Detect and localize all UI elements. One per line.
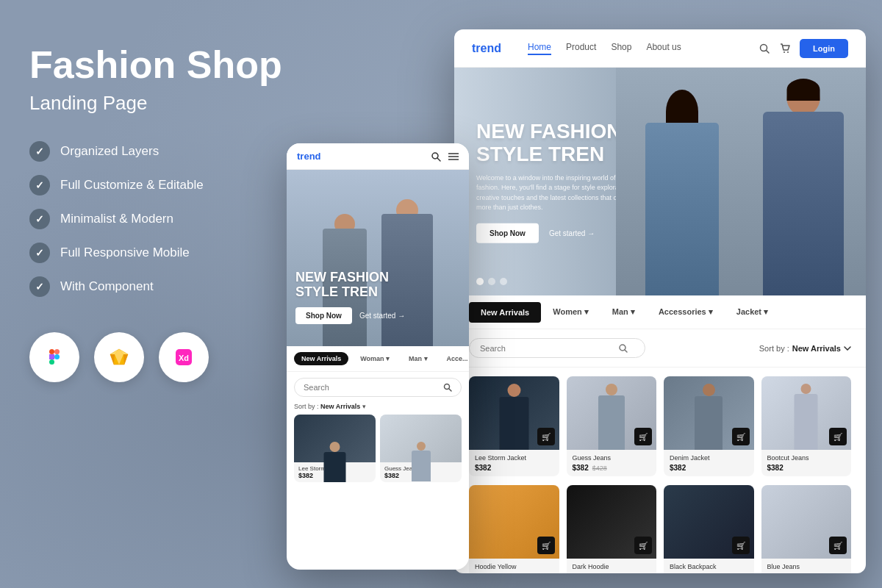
- desktop-product-card-7: Black Backpack $150: [664, 485, 754, 573]
- desktop-products-row2: Hoodie Yellow $250 Dark Hoodie $199: [454, 485, 866, 573]
- hero-dot-2[interactable]: [488, 278, 495, 285]
- svg-line-21: [767, 50, 770, 53]
- dp2-body: [645, 123, 719, 295]
- mobile-hero: NEW FASHIONSTYLE TREN Shop Now Get start…: [287, 170, 469, 346]
- desktop-add-to-cart-6[interactable]: [634, 537, 652, 554]
- mobile-shop-now-button[interactable]: Shop Now: [295, 307, 352, 324]
- desktop-cart-icon[interactable]: [779, 43, 791, 54]
- desktop-product-price-2: $382 $428: [573, 464, 651, 472]
- desktop-search-input[interactable]: [480, 344, 612, 353]
- svg-marker-8: [123, 354, 128, 365]
- dpf2-head: [606, 384, 617, 395]
- nav-home[interactable]: Home: [528, 42, 551, 55]
- mobile-cat-acce[interactable]: Acce...: [440, 352, 469, 365]
- mobile-search-icon[interactable]: [431, 151, 441, 162]
- desktop-add-to-cart-3[interactable]: [732, 428, 750, 445]
- mobile-header-icons: [431, 151, 459, 162]
- desktop-product-price-7: $150: [670, 573, 748, 573]
- desktop-search-bar[interactable]: [469, 338, 645, 358]
- mobile-sort-value: New Arrivals: [320, 403, 360, 410]
- fig1-body: [324, 452, 346, 482]
- desktop-person-2: [638, 97, 726, 295]
- mobile-get-started-button[interactable]: Get started →: [359, 312, 405, 320]
- desktop-product-info-2: Guess Jeans $382 $428: [567, 450, 657, 476]
- desktop-product-img-4: [761, 376, 852, 450]
- dpf1-head: [507, 384, 520, 397]
- desktop-product-info-5: Hoodie Yellow $250: [469, 559, 559, 573]
- desktop-add-to-cart-7[interactable]: [732, 537, 750, 554]
- fig1-head: [330, 442, 340, 452]
- desktop-cat-accessories[interactable]: Accessories ▾: [647, 301, 725, 323]
- desktop-product-info-8: Blue Jeans $220: [761, 559, 852, 573]
- desktop-product-card-8: Blue Jeans $220: [761, 485, 852, 573]
- desktop-cat-women[interactable]: Women ▾: [541, 301, 600, 323]
- desktop-product-img-3: [664, 376, 754, 450]
- desktop-cat-new-arrivals[interactable]: New Arrivals: [469, 302, 541, 323]
- svg-text:Xd: Xd: [179, 354, 189, 362]
- check-icon-1: [29, 141, 50, 162]
- mobile-search-submit-icon[interactable]: [443, 383, 452, 392]
- mobile-menu-icon[interactable]: [448, 153, 459, 160]
- mobile-hero-buttons: Shop Now Get started →: [295, 307, 460, 324]
- desktop-cat-man[interactable]: Man ▾: [600, 301, 647, 323]
- nav-product[interactable]: Product: [566, 42, 596, 55]
- desktop-sort-by: Sort by : New Arrivals: [759, 344, 851, 353]
- mobile-cat-new-arrivals[interactable]: New Arrivals: [294, 352, 348, 365]
- svg-point-23: [787, 51, 789, 53]
- desktop-add-to-cart-2[interactable]: [634, 428, 652, 445]
- desktop-product-info-3: Denim Jacket $382: [664, 450, 754, 476]
- svg-marker-7: [110, 354, 115, 365]
- mobile-logo: trend: [297, 151, 321, 162]
- dp-figure-1: [498, 384, 531, 450]
- figma-icon: [29, 332, 79, 382]
- desktop-product-info-1: Lee Storm Jacket $382: [469, 450, 559, 476]
- svg-rect-3: [49, 359, 54, 365]
- desktop-get-started-button[interactable]: Get started →: [549, 229, 595, 237]
- feature-label-2: Full Customize & Editable: [60, 178, 204, 193]
- desktop-product-card-1: Lee Storm Jacket $382: [469, 376, 559, 476]
- desktop-product-price-6: $199: [573, 573, 651, 573]
- dpf3-body: [695, 396, 723, 450]
- nav-shop[interactable]: Shop: [611, 42, 631, 55]
- desktop-add-to-cart-8[interactable]: [829, 537, 847, 554]
- desktop-product-img-8: [761, 485, 852, 559]
- desktop-nav: trend Home Product Shop About us Login: [454, 29, 866, 68]
- svg-rect-2: [49, 354, 54, 359]
- desktop-shop-now-button[interactable]: Shop Now: [476, 223, 539, 243]
- check-icon-5: [29, 276, 50, 297]
- desktop-product-img-7: [664, 485, 754, 559]
- desktop-search-icon[interactable]: [759, 43, 770, 54]
- desktop-hero: NEW FASHIONSTYLE TREN Welcome to a windo…: [454, 68, 866, 295]
- desktop-hero-btns: Shop Now Get started →: [476, 223, 638, 243]
- nav-about[interactable]: About us: [646, 42, 681, 55]
- desktop-product-img-1: [469, 376, 559, 450]
- desktop-logo-text: rend: [476, 42, 501, 54]
- desktop-login-button[interactable]: Login: [800, 39, 848, 58]
- desktop-add-to-cart-4[interactable]: [829, 428, 847, 445]
- svg-line-14: [437, 158, 440, 161]
- mobile-cat-woman[interactable]: Woman ▾: [353, 352, 397, 365]
- desktop-product-card-4: Bootcut Jeans $382: [761, 376, 852, 476]
- desktop-add-to-cart-5[interactable]: [537, 537, 555, 554]
- mobile-search-input[interactable]: [304, 383, 437, 392]
- desktop-product-price-3: $382: [670, 464, 748, 472]
- hero-dot-1[interactable]: [476, 278, 484, 285]
- svg-rect-0: [49, 349, 54, 354]
- dp1-head: [787, 82, 820, 115]
- hero-dot-3[interactable]: [500, 278, 507, 285]
- mobile-hero-text: NEW FASHIONSTYLE TREN Shop Now Get start…: [295, 270, 460, 324]
- check-icon-3: [29, 209, 50, 229]
- dpf3-head: [703, 384, 715, 396]
- svg-point-4: [54, 354, 60, 359]
- desktop-product-name-3: Denim Jacket: [670, 454, 748, 462]
- mobile-search-bar[interactable]: [294, 378, 462, 397]
- feature-label-5: With Component: [60, 279, 154, 294]
- desktop-search-submit-icon[interactable]: [618, 343, 628, 353]
- sort-chevron-icon[interactable]: [844, 346, 851, 351]
- features-list: Organized Layers Full Customize & Editab…: [29, 141, 309, 297]
- feature-label-4: Full Responsive Mobile: [60, 245, 190, 260]
- mobile-cat-man[interactable]: Man ▾: [401, 352, 435, 365]
- desktop-cat-jacket[interactable]: Jacket ▾: [725, 301, 780, 323]
- desktop-search-row: Sort by : New Arrivals: [454, 329, 866, 368]
- desktop-add-to-cart-1[interactable]: [537, 428, 555, 445]
